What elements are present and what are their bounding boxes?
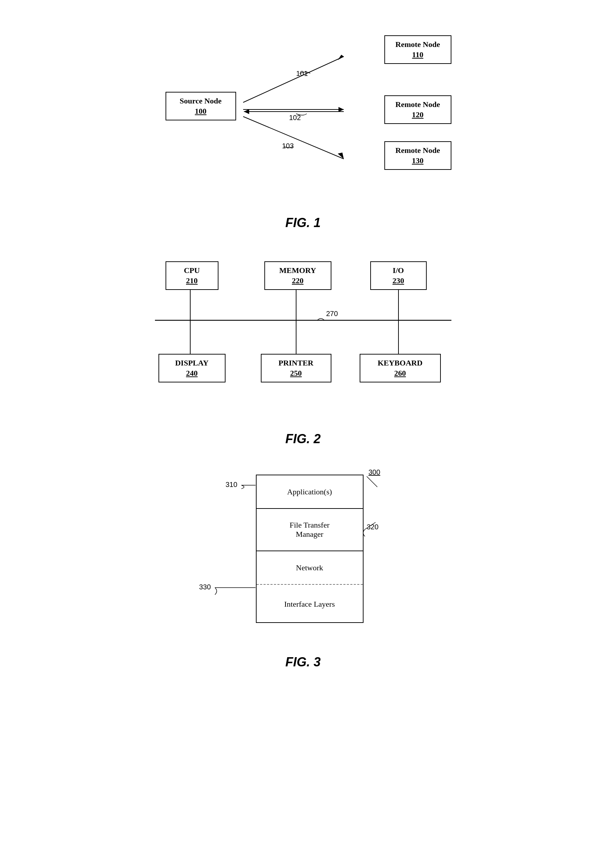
fig1-diagram: 101 102 103 Sour <box>144 21 462 198</box>
remote-node-120-box: Remote Node 120 <box>384 95 451 124</box>
svg-line-0 <box>243 56 344 102</box>
page: 101 102 103 Sour <box>0 0 606 868</box>
io-box: I/O 230 <box>370 261 427 290</box>
remote-node-110-box: Remote Node 110 <box>384 35 451 64</box>
applications-layer: Application(s) <box>257 475 363 509</box>
source-node-box: Source Node 100 <box>165 92 236 121</box>
svg-marker-3 <box>339 107 344 112</box>
network-layer: Network <box>257 551 363 585</box>
label-101: 101 <box>296 70 308 78</box>
remote-node-130-box: Remote Node 130 <box>384 141 451 170</box>
bus-label: 270 <box>326 310 338 318</box>
cpu-box: CPU 210 <box>165 261 218 290</box>
keyboard-box: KEYBOARD 260 <box>360 354 441 383</box>
memory-box: MEMORY 220 <box>264 261 331 290</box>
svg-marker-5 <box>244 109 249 114</box>
printer-box: PRINTER 250 <box>261 354 331 383</box>
display-box: DISPLAY 240 <box>158 354 226 383</box>
svg-line-16 <box>367 476 377 487</box>
fig2-diagram: 270 CPU 210 MEMORY 220 I/O 230 DISPLAY 2… <box>144 251 462 414</box>
fig3-diagram: 310 300 320 330 Applic <box>180 468 427 637</box>
label-310: 310 <box>226 480 237 488</box>
fig2-section: 270 CPU 210 MEMORY 220 I/O 230 DISPLAY 2… <box>28 251 578 446</box>
fig1-section: 101 102 103 Sour <box>28 21 578 230</box>
label-300: 300 <box>368 468 380 476</box>
label-320: 320 <box>367 523 378 531</box>
fig3-outer-box: Application(s) File Transfer Manager Net… <box>256 474 363 623</box>
fig3-label: FIG. 3 <box>285 655 320 670</box>
fig3-section: 310 300 320 330 Applic <box>28 468 578 670</box>
interface-layers-layer: Interface Layers <box>257 585 363 624</box>
svg-line-6 <box>243 116 344 159</box>
fig2-label: FIG. 2 <box>285 431 320 446</box>
fig1-label: FIG. 1 <box>285 215 320 230</box>
label-330: 330 <box>199 583 211 591</box>
svg-marker-1 <box>338 55 344 60</box>
ftm-layer: File Transfer Manager <box>257 509 363 551</box>
label-103: 103 <box>282 142 294 150</box>
